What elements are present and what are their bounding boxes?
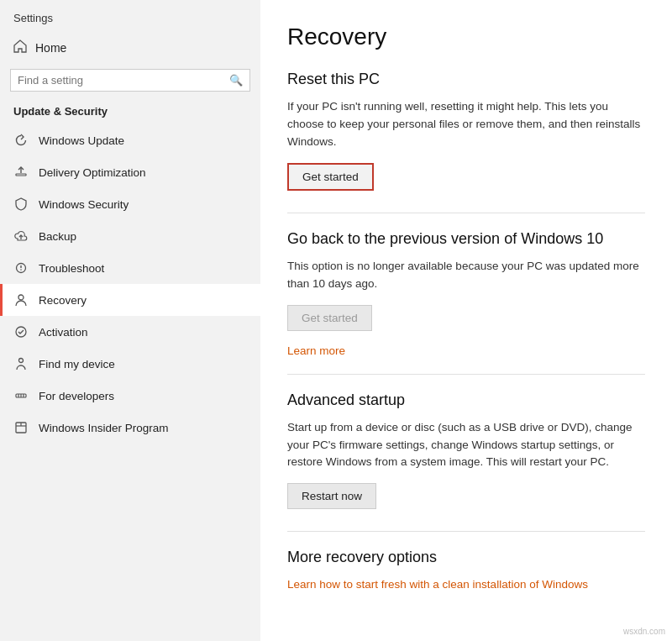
svg-point-3	[20, 269, 22, 271]
svg-point-5	[16, 327, 26, 337]
sidebar-item-home[interactable]: Home	[0, 31, 260, 64]
go-back-section: Go back to the previous version of Windo…	[287, 230, 645, 357]
page-title: Recovery	[287, 24, 645, 50]
tool-icon	[13, 260, 29, 276]
advanced-startup-desc: Start up from a device or disc (such as …	[287, 419, 645, 472]
sidebar-item-troubleshoot[interactable]: Troubleshoot	[0, 252, 260, 284]
sidebar-item-windows-update[interactable]: Windows Update	[0, 124, 260, 156]
reset-pc-section: Reset this PC If your PC isn't running w…	[287, 71, 645, 196]
advanced-startup-section: Advanced startup Start up from a device …	[287, 391, 645, 515]
sidebar-item-find-my-device[interactable]: Find my device	[0, 348, 260, 380]
person-pin-icon	[13, 356, 29, 371]
home-label: Home	[35, 41, 66, 55]
svg-point-4	[18, 295, 24, 300]
go-back-title: Go back to the previous version of Windo…	[287, 230, 645, 248]
go-back-button: Get started	[287, 305, 372, 331]
nav-label: Windows Update	[39, 134, 124, 147]
refresh-icon	[13, 133, 29, 148]
watermark: wsxdn.com	[623, 627, 665, 636]
sidebar-item-activation[interactable]: Activation	[0, 316, 260, 348]
nav-label: Delivery Optimization	[39, 166, 146, 179]
sidebar: Settings Home 🔍 Update & Security Window…	[0, 0, 260, 641]
sidebar-item-backup[interactable]: Backup	[0, 220, 260, 252]
sidebar-section-title: Update & Security	[0, 100, 260, 124]
search-container: 🔍	[10, 69, 250, 92]
app-title: Settings	[0, 0, 260, 31]
sidebar-item-windows-security[interactable]: Windows Security	[0, 188, 260, 220]
main-content: Recovery Reset this PC If your PC isn't …	[260, 0, 672, 641]
nav-label: For developers	[39, 390, 114, 402]
reset-pc-title: Reset this PC	[287, 71, 645, 88]
wrench-icon	[13, 388, 29, 403]
reset-pc-desc: If your PC isn't running well, resetting…	[287, 98, 645, 151]
nav-label: Windows Insider Program	[39, 422, 169, 434]
sidebar-item-recovery[interactable]: Recovery	[0, 284, 260, 316]
search-icon: 🔍	[229, 74, 243, 87]
sidebar-item-for-developers[interactable]: For developers	[0, 380, 260, 412]
get-started-button[interactable]: Get started	[287, 163, 374, 191]
checkmark-circle-icon	[13, 324, 29, 339]
person-restore-icon	[13, 292, 29, 307]
home-icon	[13, 39, 27, 55]
shield-icon	[13, 197, 29, 212]
divider-3	[287, 531, 645, 532]
more-recovery-title: More recovery options	[287, 549, 645, 566]
box-icon	[13, 420, 29, 435]
divider-1	[287, 213, 645, 213]
clean-install-link[interactable]: Learn how to start fresh with a clean in…	[287, 578, 588, 591]
svg-rect-0	[16, 174, 26, 176]
upload-cloud-icon	[13, 229, 29, 244]
nav-label: Recovery	[39, 294, 87, 307]
sidebar-item-delivery-optimization[interactable]: Delivery Optimization	[0, 156, 260, 188]
nav-label: Backup	[39, 230, 76, 243]
divider-2	[287, 374, 645, 375]
go-back-desc: This option is no longer available becau…	[287, 258, 645, 293]
nav-label: Windows Security	[39, 198, 129, 211]
restart-now-button[interactable]: Restart now	[287, 483, 376, 509]
learn-more-link[interactable]: Learn more	[287, 344, 645, 357]
nav-label: Activation	[39, 326, 88, 339]
more-recovery-section: More recovery options Learn how to start…	[287, 549, 645, 591]
nav-label: Find my device	[39, 358, 115, 370]
search-input[interactable]	[18, 74, 229, 87]
svg-point-6	[19, 359, 24, 363]
upload-icon	[13, 165, 29, 180]
nav-label: Troubleshoot	[39, 262, 104, 275]
sidebar-item-windows-insider[interactable]: Windows Insider Program	[0, 412, 260, 444]
advanced-startup-title: Advanced startup	[287, 391, 645, 409]
